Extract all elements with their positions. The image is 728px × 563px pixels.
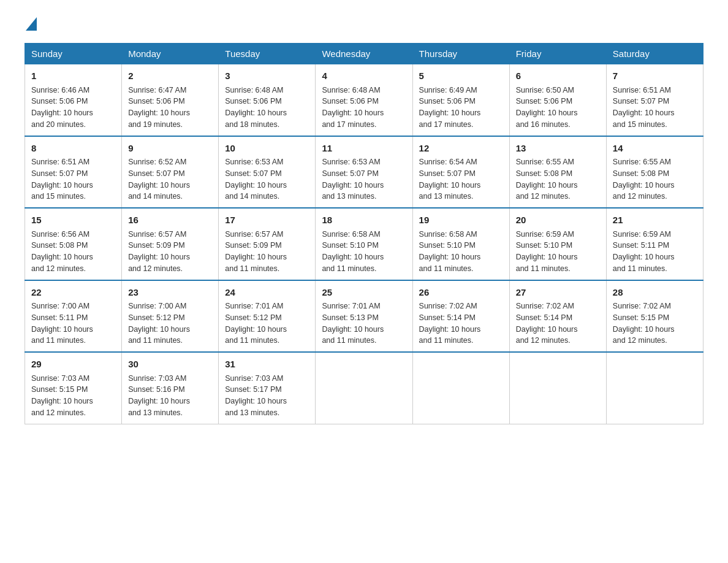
calendar-week-4: 22Sunrise: 7:00 AMSunset: 5:11 PMDayligh… [25,280,703,353]
day-number: 1 [31,69,115,83]
day-number: 2 [128,69,212,83]
calendar-cell: 30Sunrise: 7:03 AMSunset: 5:16 PMDayligh… [122,352,219,424]
calendar-cell [412,352,509,424]
day-number: 28 [613,286,697,300]
calendar-cell: 9Sunrise: 6:52 AMSunset: 5:07 PMDaylight… [122,136,219,209]
day-info: Sunrise: 7:00 AMSunset: 5:11 PMDaylight:… [31,301,115,347]
day-header-saturday: Saturday [606,44,703,64]
day-info: Sunrise: 6:53 AMSunset: 5:07 PMDaylight:… [225,156,309,202]
day-header-friday: Friday [509,44,606,64]
day-number: 4 [322,69,406,83]
calendar-header: SundayMondayTuesdayWednesdayThursdayFrid… [25,44,703,64]
calendar-week-1: 1Sunrise: 6:46 AMSunset: 5:06 PMDaylight… [25,64,703,136]
calendar-cell [606,352,703,424]
calendar-cell: 16Sunrise: 6:57 AMSunset: 5:09 PMDayligh… [122,208,219,280]
day-info: Sunrise: 6:54 AMSunset: 5:07 PMDaylight:… [419,156,503,202]
day-number: 26 [419,286,503,300]
calendar-cell: 14Sunrise: 6:55 AMSunset: 5:08 PMDayligh… [606,136,703,209]
day-info: Sunrise: 6:55 AMSunset: 5:08 PMDaylight:… [613,156,697,202]
logo [25,18,37,31]
day-number: 15 [31,213,115,228]
calendar-cell [316,352,412,424]
calendar-cell: 4Sunrise: 6:48 AMSunset: 5:06 PMDaylight… [316,64,412,136]
day-header-monday: Monday [122,44,219,64]
day-number: 27 [516,286,600,300]
day-info: Sunrise: 7:01 AMSunset: 5:12 PMDaylight:… [225,301,309,347]
day-info: Sunrise: 6:51 AMSunset: 5:07 PMDaylight:… [31,156,115,202]
day-info: Sunrise: 6:58 AMSunset: 5:10 PMDaylight:… [419,229,503,275]
day-number: 31 [225,358,309,372]
day-info: Sunrise: 7:03 AMSunset: 5:15 PMDaylight:… [31,373,115,419]
calendar-cell: 15Sunrise: 6:56 AMSunset: 5:08 PMDayligh… [25,208,122,280]
calendar-cell: 23Sunrise: 7:00 AMSunset: 5:12 PMDayligh… [122,280,219,353]
calendar-table: SundayMondayTuesdayWednesdayThursdayFrid… [25,43,703,424]
day-info: Sunrise: 6:50 AMSunset: 5:06 PMDaylight:… [516,85,600,131]
day-header-sunday: Sunday [25,44,122,64]
day-info: Sunrise: 6:56 AMSunset: 5:08 PMDaylight:… [31,229,115,275]
day-number: 3 [225,69,309,83]
calendar-cell: 29Sunrise: 7:03 AMSunset: 5:15 PMDayligh… [25,352,122,424]
day-info: Sunrise: 7:03 AMSunset: 5:17 PMDaylight:… [225,373,309,419]
calendar-cell: 2Sunrise: 6:47 AMSunset: 5:06 PMDaylight… [122,64,219,136]
day-number: 19 [419,213,503,228]
day-info: Sunrise: 7:00 AMSunset: 5:12 PMDaylight:… [128,301,212,347]
day-info: Sunrise: 6:58 AMSunset: 5:10 PMDaylight:… [322,229,406,275]
day-info: Sunrise: 7:01 AMSunset: 5:13 PMDaylight:… [322,301,406,347]
day-info: Sunrise: 6:51 AMSunset: 5:07 PMDaylight:… [613,85,697,131]
day-header-thursday: Thursday [412,44,509,64]
calendar-cell: 3Sunrise: 6:48 AMSunset: 5:06 PMDaylight… [219,64,316,136]
calendar-cell: 28Sunrise: 7:02 AMSunset: 5:15 PMDayligh… [606,280,703,353]
day-number: 11 [322,142,406,156]
day-number: 30 [128,358,212,372]
day-number: 14 [613,142,697,156]
day-info: Sunrise: 7:02 AMSunset: 5:14 PMDaylight:… [419,301,503,347]
day-number: 9 [128,142,212,156]
day-number: 22 [31,286,115,300]
day-number: 6 [516,69,600,83]
day-info: Sunrise: 6:59 AMSunset: 5:10 PMDaylight:… [516,229,600,275]
calendar-cell: 11Sunrise: 6:53 AMSunset: 5:07 PMDayligh… [316,136,412,209]
day-number: 12 [419,142,503,156]
day-header-wednesday: Wednesday [316,44,412,64]
calendar-cell: 21Sunrise: 6:59 AMSunset: 5:11 PMDayligh… [606,208,703,280]
day-info: Sunrise: 6:52 AMSunset: 5:07 PMDaylight:… [128,156,212,202]
logo-triangle-icon [26,17,37,31]
day-number: 21 [613,213,697,228]
calendar-week-5: 29Sunrise: 7:03 AMSunset: 5:15 PMDayligh… [25,352,703,424]
day-info: Sunrise: 6:57 AMSunset: 5:09 PMDaylight:… [128,229,212,275]
calendar-cell: 31Sunrise: 7:03 AMSunset: 5:17 PMDayligh… [219,352,316,424]
day-number: 20 [516,213,600,228]
day-info: Sunrise: 7:02 AMSunset: 5:14 PMDaylight:… [516,301,600,347]
calendar-cell: 8Sunrise: 6:51 AMSunset: 5:07 PMDaylight… [25,136,122,209]
calendar-cell: 6Sunrise: 6:50 AMSunset: 5:06 PMDaylight… [509,64,606,136]
day-number: 17 [225,213,309,228]
calendar-cell: 18Sunrise: 6:58 AMSunset: 5:10 PMDayligh… [316,208,412,280]
calendar-body: 1Sunrise: 6:46 AMSunset: 5:06 PMDaylight… [25,64,703,424]
calendar-cell: 5Sunrise: 6:49 AMSunset: 5:06 PMDaylight… [412,64,509,136]
day-number: 24 [225,286,309,300]
calendar-cell: 19Sunrise: 6:58 AMSunset: 5:10 PMDayligh… [412,208,509,280]
day-header-tuesday: Tuesday [219,44,316,64]
day-info: Sunrise: 7:03 AMSunset: 5:16 PMDaylight:… [128,373,212,419]
page-header [25,18,703,31]
day-info: Sunrise: 6:57 AMSunset: 5:09 PMDaylight:… [225,229,309,275]
calendar-cell: 26Sunrise: 7:02 AMSunset: 5:14 PMDayligh… [412,280,509,353]
day-number: 7 [613,69,697,83]
calendar-cell: 22Sunrise: 7:00 AMSunset: 5:11 PMDayligh… [25,280,122,353]
calendar-cell: 13Sunrise: 6:55 AMSunset: 5:08 PMDayligh… [509,136,606,209]
day-number: 13 [516,142,600,156]
calendar-cell: 10Sunrise: 6:53 AMSunset: 5:07 PMDayligh… [219,136,316,209]
day-number: 5 [419,69,503,83]
day-number: 25 [322,286,406,300]
calendar-cell: 7Sunrise: 6:51 AMSunset: 5:07 PMDaylight… [606,64,703,136]
calendar-cell: 17Sunrise: 6:57 AMSunset: 5:09 PMDayligh… [219,208,316,280]
calendar-cell: 27Sunrise: 7:02 AMSunset: 5:14 PMDayligh… [509,280,606,353]
day-info: Sunrise: 6:49 AMSunset: 5:06 PMDaylight:… [419,85,503,131]
calendar-week-3: 15Sunrise: 6:56 AMSunset: 5:08 PMDayligh… [25,208,703,280]
day-info: Sunrise: 7:02 AMSunset: 5:15 PMDaylight:… [613,301,697,347]
day-info: Sunrise: 6:48 AMSunset: 5:06 PMDaylight:… [322,85,406,131]
calendar-cell: 25Sunrise: 7:01 AMSunset: 5:13 PMDayligh… [316,280,412,353]
day-info: Sunrise: 6:59 AMSunset: 5:11 PMDaylight:… [613,229,697,275]
calendar-cell: 24Sunrise: 7:01 AMSunset: 5:12 PMDayligh… [219,280,316,353]
day-number: 23 [128,286,212,300]
